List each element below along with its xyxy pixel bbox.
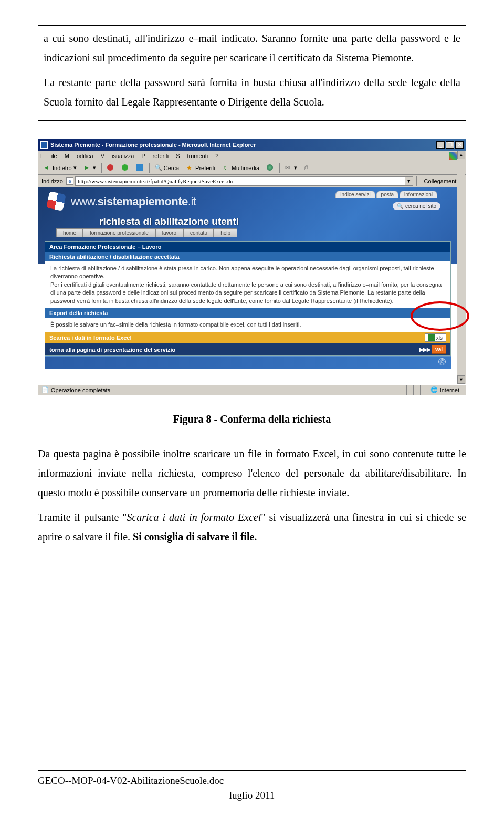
nav-formazione[interactable]: formazione professionale <box>83 228 155 237</box>
print-icon <box>304 164 312 172</box>
menu-preferiti[interactable]: Preferiti <box>141 153 169 159</box>
excel-icon <box>428 334 435 341</box>
menu-help[interactable]: ? <box>215 153 226 159</box>
ie-titlebar: Sistema Piemonte - Formazione profession… <box>38 139 466 151</box>
page-icon <box>41 386 49 394</box>
home-icon <box>136 164 144 172</box>
globe-icon <box>430 386 438 394</box>
stop-icon <box>107 164 114 172</box>
status-text: Operazione completata <box>51 387 111 393</box>
scroll-down-icon[interactable]: ▼ <box>457 375 465 384</box>
footer-date: luglio 2011 <box>0 790 504 801</box>
address-label: Indirizzo <box>41 178 63 184</box>
paragraph-1a: a cui sono destinati, all'indirizzo e–ma… <box>44 29 460 68</box>
paragraph-3: Tramite il pulsante "Scarica i dati in f… <box>38 508 466 547</box>
browser-screenshot: Sistema Piemonte - Formazione profession… <box>38 139 466 395</box>
media-icon <box>223 164 230 172</box>
ie-address-bar: Indirizzo e ▼ Collegamenti <box>38 175 466 187</box>
nav-help[interactable]: help <box>214 228 237 237</box>
content-box: Area Formazione Professionale – Lavoro R… <box>45 241 451 356</box>
vai-button[interactable]: vai <box>432 345 446 354</box>
nav-contatti[interactable]: contatti <box>183 228 214 237</box>
back-button[interactable]: Indietro ▾ <box>41 163 79 173</box>
mail-button[interactable]: ▾ <box>283 163 299 173</box>
paragraph-1b: La restante parte della password sarà fo… <box>44 73 460 112</box>
refresh-button[interactable] <box>120 163 131 173</box>
address-dropdown[interactable]: ▼ <box>405 176 413 186</box>
section-export-title: Export della richiesta <box>45 308 450 318</box>
ie-app-icon <box>40 141 48 149</box>
menu-modifica[interactable]: Modifica <box>65 153 93 159</box>
download-excel-label: Scarica i dati in formato Excel <box>49 334 132 341</box>
vertical-scrollbar[interactable]: ▲ ▼ <box>457 151 465 384</box>
page-title: richiesta di abilitazione utenti <box>99 216 239 227</box>
back-to-service-row: torna alla pagina di presentazione del s… <box>45 343 450 355</box>
ie-window: Sistema Piemonte - Formazione profession… <box>38 139 466 395</box>
figure-caption: Figura 8 - Conferma della richiesta <box>38 413 466 425</box>
address-input[interactable] <box>75 176 405 186</box>
site-search[interactable]: cerca nel sito <box>393 202 440 210</box>
nav-home[interactable]: home <box>56 228 83 237</box>
site-domain: www.sistemapiemonte.it <box>71 195 196 208</box>
status-zone: Internet <box>440 387 459 393</box>
footer-bar: @ <box>45 356 451 369</box>
ie-toolbar: Indietro ▾ ▾ Cerca Preferiti Multimedia … <box>38 161 466 175</box>
home-button[interactable] <box>134 163 146 173</box>
multimedia-button[interactable]: Multimedia <box>220 163 261 173</box>
confirmation-text: La richiesta di abilitazione / disabilit… <box>45 261 450 308</box>
scroll-up-icon[interactable]: ▲ <box>457 151 465 159</box>
boxed-intro-text: a cui sono destinati, all'indirizzo e–ma… <box>38 25 466 121</box>
history-button[interactable] <box>265 163 276 173</box>
page-content: indice servizi posta informazioni www.si… <box>38 187 457 384</box>
section-area-title: Area Formazione Professionale – Lavoro <box>45 242 450 252</box>
search-button[interactable]: Cerca <box>153 163 181 173</box>
window-close-button[interactable]: ✕ <box>455 141 464 149</box>
tab-informazioni[interactable]: informazioni <box>400 191 437 198</box>
footer-divider <box>38 770 466 771</box>
xls-download-button[interactable]: xls <box>425 333 446 342</box>
ie-menubar: File Modifica Visualizza Preferiti Strum… <box>38 151 466 161</box>
body-text: Da questa pagina è possibile inoltre sca… <box>38 444 466 547</box>
star-icon <box>186 164 194 172</box>
print-button[interactable] <box>302 163 314 173</box>
download-excel-row: Scarica i dati in formato Excel xls <box>45 332 450 343</box>
window-maximize-button[interactable]: ❐ <box>446 141 454 149</box>
tab-posta[interactable]: posta <box>376 191 398 198</box>
stop-button[interactable] <box>105 163 117 173</box>
tab-indice-servizi[interactable]: indice servizi <box>335 191 375 198</box>
history-icon <box>267 164 274 172</box>
refresh-icon <box>122 164 129 172</box>
ie-page-icon: e <box>66 177 74 185</box>
section-richiesta-title: Richiesta abilitazione / disabilitazione… <box>45 252 450 261</box>
vai-arrows-icon: ▶▶▶ <box>419 347 430 352</box>
favorites-button[interactable]: Preferiti <box>184 163 217 173</box>
at-icon[interactable]: @ <box>438 358 446 365</box>
nav-lavoro[interactable]: lavoro <box>155 228 183 237</box>
search-icon <box>155 164 162 172</box>
forward-button[interactable]: ▾ <box>82 163 98 173</box>
ie-status-bar: Operazione completata Internet <box>38 384 466 395</box>
back-to-service-label: torna alla pagina di presentazione del s… <box>49 347 175 353</box>
window-minimize-button[interactable]: _ <box>436 141 445 149</box>
footer-doc-name: GECO--MOP-04-V02-AbilitazioneScuole.doc <box>38 775 224 787</box>
sistemapiemonte-logo-icon <box>46 191 66 211</box>
menu-visualizza[interactable]: Visualizza <box>101 153 134 159</box>
ie-window-title: Sistema Piemonte - Formazione profession… <box>50 142 436 148</box>
paragraph-2: Da questa pagina è possibile inoltre sca… <box>38 444 466 502</box>
mail-icon <box>285 164 292 172</box>
menu-strumenti[interactable]: Strumenti <box>176 153 208 159</box>
export-description: È possibile salvare un fac–simile della … <box>45 318 450 332</box>
menu-file[interactable]: File <box>40 153 57 159</box>
